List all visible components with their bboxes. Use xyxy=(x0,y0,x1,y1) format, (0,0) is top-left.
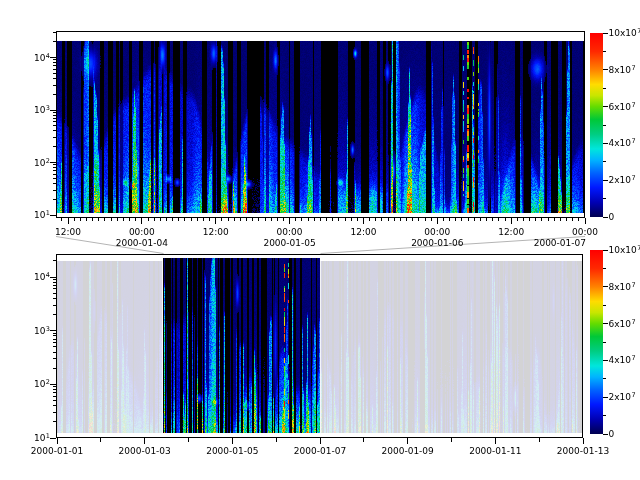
label-text: 2000-01-07 xyxy=(294,446,346,456)
label-text: 2000-01-06 xyxy=(411,238,463,248)
exponent-text: 1 xyxy=(46,209,50,217)
label-text: 2000-01-03 xyxy=(119,446,171,456)
label-text: 4x10 xyxy=(609,138,632,148)
label-text: 6x10 xyxy=(609,319,632,329)
exponent-text: 2 xyxy=(46,378,50,386)
label-text: 2000-01-11 xyxy=(469,446,521,456)
label-text: 10 xyxy=(34,105,45,115)
exponent-text: 7 xyxy=(632,137,636,145)
x-tick-label: 2000-01-03 xyxy=(113,445,177,457)
x-tick-label: 2000-01-09 xyxy=(376,445,440,457)
y-tick-label: 103 xyxy=(20,325,50,337)
y-tick-label: 102 xyxy=(20,378,50,390)
x-tick-label: 12:00 xyxy=(186,226,246,238)
label-text: 12:00 xyxy=(203,227,229,237)
y-tick-label: 103 xyxy=(20,104,50,116)
bottom-plot-frame xyxy=(56,254,583,438)
label-text: 12:00 xyxy=(498,227,524,237)
y-tick-label: 101 xyxy=(20,432,50,444)
label-text: 2x10 xyxy=(609,175,632,185)
exponent-text: 3 xyxy=(46,325,50,333)
exponent-text: 1 xyxy=(46,432,50,440)
label-text: 10 xyxy=(34,210,45,220)
label-text: 2x10 xyxy=(609,392,632,402)
colorbar-tick-label: 6x107 xyxy=(609,101,640,113)
label-text: 00:00 xyxy=(277,227,303,237)
colorbar-tick-label: 10x107 xyxy=(609,27,640,39)
label-text: 00:00 xyxy=(424,227,450,237)
label-text: 10 xyxy=(34,53,45,63)
label-text: 10 xyxy=(34,158,45,168)
label-text: 2000-01-04 xyxy=(116,238,168,248)
x-tick-date-label: 2000-01-04 xyxy=(112,237,172,249)
x-tick-label: 2000-01-11 xyxy=(463,445,527,457)
y-tick-label: 104 xyxy=(20,52,50,64)
exponent-text: 7 xyxy=(632,174,636,182)
colorbar-tick-label: 8x107 xyxy=(609,281,640,293)
label-text: 4x10 xyxy=(609,355,632,365)
label-text: 2000-01-13 xyxy=(557,446,609,456)
label-text: 00:00 xyxy=(129,227,155,237)
x-tick-label: 12:00 xyxy=(38,226,98,238)
x-tick-label: 2000-01-05 xyxy=(200,445,264,457)
label-text: 12:00 xyxy=(55,227,81,237)
colorbar-tick-label: 8x107 xyxy=(609,64,640,76)
x-tick-label: 2000-01-01 xyxy=(25,445,89,457)
exponent-text: 4 xyxy=(46,52,50,60)
label-text: 8x10 xyxy=(609,282,632,292)
colorbar-tick-label: 10x107 xyxy=(609,244,640,256)
label-text: 10 xyxy=(34,326,45,336)
colorbar-tick-label: 0 xyxy=(609,428,640,440)
exponent-text: 7 xyxy=(632,318,636,326)
label-text: 8x10 xyxy=(609,65,632,75)
exponent-text: 3 xyxy=(46,104,50,112)
label-text: 2000-01-09 xyxy=(382,446,434,456)
label-text: 10 xyxy=(34,272,45,282)
label-text: 10 xyxy=(34,433,45,443)
spectrogram-figure: 12:0000:002000-01-0412:0000:002000-01-05… xyxy=(0,0,640,480)
label-text: 10 xyxy=(34,379,45,389)
x-tick-label: 2000-01-07 xyxy=(288,445,352,457)
label-text: 2000-01-01 xyxy=(31,446,83,456)
exponent-text: 7 xyxy=(632,101,636,109)
colorbar-tick-label: 4x107 xyxy=(609,354,640,366)
colorbar-tick-label: 2x107 xyxy=(609,391,640,403)
label-text: 10x10 xyxy=(609,245,637,255)
bottom-colorbar xyxy=(590,250,603,434)
x-tick-date-label: 2000-01-05 xyxy=(260,237,320,249)
x-tick-label: 12:00 xyxy=(333,226,393,238)
label-text: 12:00 xyxy=(350,227,376,237)
colorbar-tick-label: 0 xyxy=(609,211,640,223)
top-colorbar xyxy=(590,33,603,217)
label-text: 6x10 xyxy=(609,102,632,112)
label-text: 00:00 xyxy=(572,227,598,237)
x-tick-label: 2000-01-13 xyxy=(551,445,615,457)
label-text: 10x10 xyxy=(609,28,637,38)
y-tick-label: 104 xyxy=(20,271,50,283)
label-text: 0 xyxy=(609,429,615,439)
label-text: 2000-01-07 xyxy=(534,238,586,248)
label-text: 2000-01-05 xyxy=(263,238,315,248)
x-tick-date-label: 2000-01-06 xyxy=(407,237,467,249)
exponent-text: 4 xyxy=(46,271,50,279)
colorbar-tick-label: 4x107 xyxy=(609,137,640,149)
label-text: 2000-01-05 xyxy=(206,446,258,456)
top-plot-frame xyxy=(56,31,585,218)
exponent-text: 7 xyxy=(632,354,636,362)
colorbar-tick-label: 2x107 xyxy=(609,174,640,186)
exponent-text: 2 xyxy=(46,157,50,165)
exponent-text: 7 xyxy=(632,281,636,289)
exponent-text: 7 xyxy=(632,64,636,72)
x-tick-date-label: 2000-01-07 xyxy=(526,237,586,249)
y-tick-label: 102 xyxy=(20,157,50,169)
colorbar-tick-label: 6x107 xyxy=(609,318,640,330)
y-tick-label: 101 xyxy=(20,209,50,221)
label-text: 0 xyxy=(609,212,615,222)
exponent-text: 7 xyxy=(632,391,636,399)
